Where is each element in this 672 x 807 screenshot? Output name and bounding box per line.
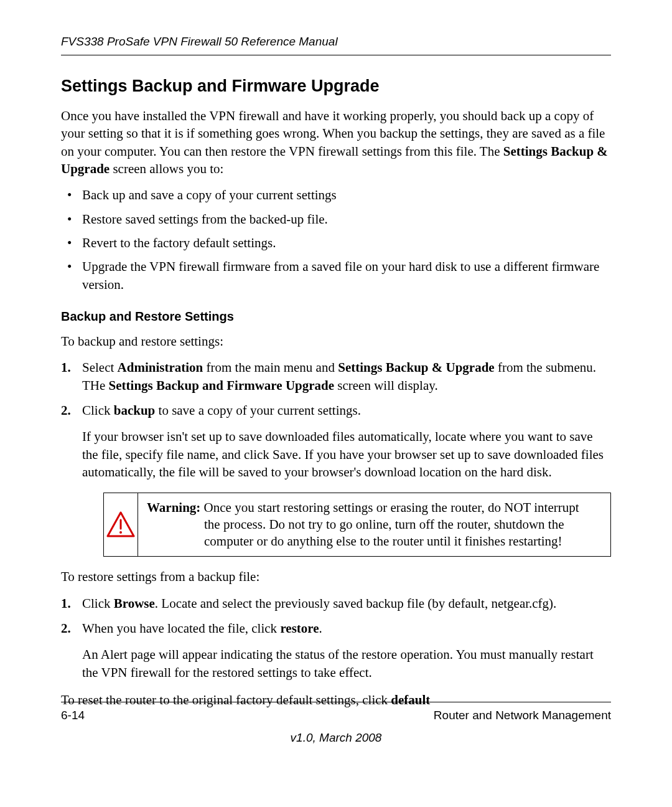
footer-line: 6-14 Router and Network Management	[61, 709, 611, 722]
list-item: Select Administration from the main menu…	[61, 359, 611, 394]
restore-intro: To restore settings from a backup file:	[61, 568, 611, 585]
subsection-title: Backup and Restore Settings	[61, 309, 611, 324]
text: Click	[82, 596, 114, 611]
reset-paragraph: To reset the router to the original fact…	[61, 691, 611, 709]
warning-text: Warning: Once you start restoring settin…	[138, 493, 610, 557]
backup-intro: To backup and restore settings:	[61, 333, 611, 350]
text: screen will display.	[334, 378, 438, 393]
footer-rule	[61, 702, 611, 702]
text: from the main menu and	[203, 360, 338, 375]
warning-icon-cell	[104, 493, 138, 557]
page-number: 6-14	[61, 709, 85, 722]
backup-steps: Select Administration from the main menu…	[61, 359, 611, 557]
text: screen allows you to:	[110, 161, 223, 176]
step-note: If your browser isn't set up to save dow…	[82, 428, 611, 481]
step-note: An Alert page will appear indicating the…	[82, 646, 611, 681]
list-item: Upgrade the VPN firewall firmware from a…	[61, 258, 611, 293]
warning-label: Warning:	[147, 500, 200, 515]
text: . Locate and select the previously saved…	[155, 596, 556, 611]
list-item: Revert to the factory default settings.	[61, 234, 611, 252]
text: When you have located the file, click	[82, 621, 280, 636]
svg-point-2	[119, 531, 122, 534]
text: Once you start restoring settings or era…	[200, 500, 579, 515]
text: the process. Do not try to go online, tu…	[147, 516, 602, 550]
bold-text: Administration	[118, 360, 203, 375]
list-item: Restore saved settings from the backed-u…	[61, 210, 611, 228]
bold-text: Browse	[114, 596, 155, 611]
bold-text: Settings Backup and Firmware Upgrade	[109, 378, 334, 393]
list-item: Back up and save a copy of your current …	[61, 186, 611, 204]
footer-version: v1.0, March 2008	[0, 731, 672, 745]
list-item: Click backup to save a copy of your curr…	[61, 402, 611, 557]
warning-callout: Warning: Once you start restoring settin…	[103, 493, 611, 557]
intro-paragraph: Once you have installed the VPN firewall…	[61, 107, 611, 177]
list-item: When you have located the file, click re…	[61, 620, 611, 681]
bold-text: restore	[280, 621, 319, 636]
text: Click	[82, 403, 114, 418]
section-title: Settings Backup and Firmware Upgrade	[61, 77, 611, 96]
restore-steps: Click Browse. Locate and select the prev…	[61, 595, 611, 681]
feature-bullets: Back up and save a copy of your current …	[61, 186, 611, 293]
chapter-title: Router and Network Management	[434, 709, 611, 722]
bold-text: default	[391, 692, 430, 707]
bold-text: backup	[114, 403, 156, 418]
text: to save a copy of your current settings.	[155, 403, 361, 418]
text: To reset the router to the original fact…	[61, 692, 391, 707]
bold-text: Settings Backup & Upgrade	[338, 360, 494, 375]
text: Select	[82, 360, 118, 375]
document-page: FVS338 ProSafe VPN Firewall 50 Reference…	[0, 0, 672, 807]
warning-icon	[106, 511, 135, 537]
running-header: FVS338 ProSafe VPN Firewall 50 Reference…	[61, 35, 611, 55]
list-item: Click Browse. Locate and select the prev…	[61, 595, 611, 612]
text: .	[319, 621, 322, 636]
